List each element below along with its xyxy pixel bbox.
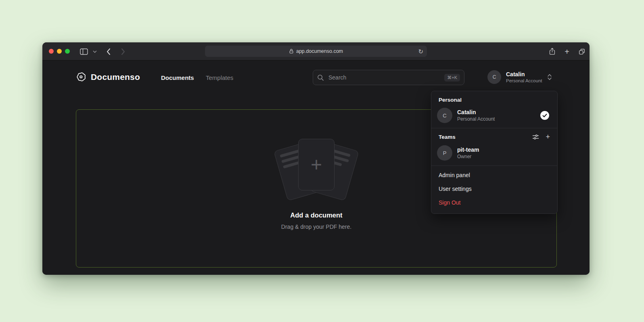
- window-controls: [49, 49, 70, 54]
- teams-section-header: Teams +: [431, 128, 557, 144]
- search-icon: [317, 74, 324, 81]
- documenso-logo-icon: [76, 71, 87, 82]
- menu-item-sign-out[interactable]: Sign Out: [431, 196, 557, 209]
- avatar: C: [437, 108, 452, 123]
- refresh-icon[interactable]: ↻: [418, 48, 423, 54]
- personal-account-item[interactable]: C Catalin Personal Account: [431, 106, 557, 128]
- personal-account-name: Catalin: [457, 109, 495, 116]
- create-team-button[interactable]: +: [546, 133, 550, 140]
- dropdown-actions: Admin panel User settings Sign Out: [431, 166, 557, 211]
- brand[interactable]: Documenso: [76, 71, 140, 82]
- browser-window: app.documenso.com ↻ +: [42, 42, 590, 275]
- forward-button[interactable]: [118, 42, 128, 61]
- dropzone-subtitle: Drag & drop your PDF here.: [272, 224, 361, 230]
- tabs-overview-icon: [578, 48, 585, 55]
- lock-icon: [289, 48, 294, 54]
- address-bar[interactable]: app.documenso.com ↻: [205, 46, 427, 57]
- browser-toolbar: app.documenso.com ↻ +: [42, 42, 590, 61]
- selected-check-icon: [540, 111, 549, 120]
- dropzone-content: + Add a document Drag & drop your PDF he…: [272, 136, 361, 230]
- manage-teams-button[interactable]: [532, 134, 539, 140]
- search-input[interactable]: [328, 74, 441, 81]
- minimize-window-button[interactable]: [57, 49, 62, 54]
- share-icon: [549, 47, 556, 56]
- personal-section-label: Personal: [431, 91, 557, 106]
- team-item[interactable]: P pit-team Owner: [431, 144, 557, 165]
- back-arrow-icon: [106, 48, 111, 55]
- sidebar-icon: [80, 48, 88, 55]
- menu-item-admin-panel[interactable]: Admin panel: [431, 168, 557, 182]
- account-menu-button[interactable]: C Catalin Personal Account: [487, 70, 552, 84]
- document-card-center: +: [298, 139, 335, 190]
- stacked-documents-illustration: +: [272, 136, 361, 204]
- team-role: Owner: [457, 154, 479, 159]
- account-name: Catalin: [506, 71, 542, 78]
- documenso-app: Documenso Documents Templates ⌘+K C Cata…: [42, 61, 590, 275]
- forward-arrow-icon: [121, 48, 125, 55]
- chevron-down-icon: [93, 50, 97, 53]
- sliders-icon: [532, 134, 539, 140]
- menu-item-user-settings[interactable]: User settings: [431, 182, 557, 196]
- account-dropdown-menu: Personal C Catalin Personal Account Team…: [431, 91, 558, 214]
- team-name: pit-team: [457, 146, 479, 153]
- url-text: app.documenso.com: [296, 48, 343, 54]
- plus-icon: +: [565, 48, 569, 56]
- avatar: C: [487, 70, 501, 84]
- brand-name: Documenso: [91, 72, 140, 82]
- new-tab-button[interactable]: +: [562, 42, 572, 61]
- teams-section-label: Teams: [439, 134, 532, 140]
- search-box[interactable]: ⌘+K: [313, 70, 464, 85]
- nav-item-documents[interactable]: Documents: [161, 74, 194, 81]
- add-document-plus-icon: +: [311, 155, 322, 174]
- tab-group-dropdown-button[interactable]: [91, 42, 98, 61]
- personal-account-subtitle: Personal Account: [457, 116, 495, 122]
- plus-icon: +: [546, 133, 550, 140]
- chevron-up-down-icon: [547, 73, 552, 81]
- team-avatar: P: [437, 145, 452, 161]
- tab-overview-button[interactable]: [576, 42, 588, 61]
- account-subtitle: Personal Account: [506, 78, 542, 83]
- nav-item-templates[interactable]: Templates: [206, 74, 233, 81]
- search-shortcut-badge: ⌘+K: [444, 74, 460, 82]
- close-window-button[interactable]: [49, 49, 54, 54]
- sidebar-toggle-button[interactable]: [79, 42, 89, 61]
- share-button[interactable]: [547, 42, 557, 61]
- back-button[interactable]: [104, 42, 113, 61]
- zoom-window-button[interactable]: [65, 49, 70, 54]
- dropzone-title: Add a document: [272, 211, 361, 219]
